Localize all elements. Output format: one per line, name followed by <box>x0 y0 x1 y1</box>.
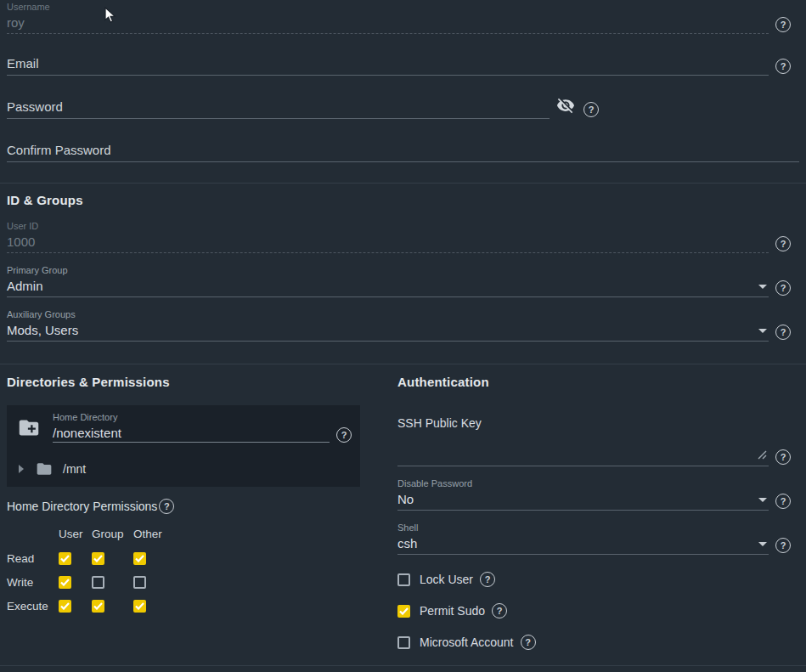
lock-user-checkbox[interactable] <box>397 573 410 586</box>
auxiliary-groups-value: Mods, Users <box>7 324 769 337</box>
confirm-password-field-row: Confirm Password <box>7 143 799 162</box>
perm-checkbox-execute-other[interactable] <box>133 600 146 613</box>
password-help-icon[interactable]: ? <box>583 102 599 117</box>
permit-sudo-checkbox[interactable] <box>397 605 410 618</box>
ssh-public-key-label: SSH Public Key <box>397 416 799 430</box>
perm-checkbox-execute-group[interactable] <box>92 600 104 613</box>
microsoft-account-option: Microsoft Account ? <box>397 635 799 649</box>
shell-select[interactable]: Shell csh <box>397 522 769 555</box>
user-id-help-icon[interactable]: ? <box>775 236 791 251</box>
auxiliary-groups-select[interactable]: Auxiliary Groups Mods, Users <box>7 309 769 342</box>
home-directory-help-icon[interactable]: ? <box>336 427 352 443</box>
user-id-label: User ID <box>7 221 769 232</box>
primary-group-help-icon[interactable]: ? <box>775 280 791 296</box>
section-divider <box>0 364 806 364</box>
password-input[interactable]: Password <box>7 99 550 119</box>
email-field-row: Email ? <box>7 56 799 76</box>
username-label: Username <box>7 2 769 13</box>
permit-sudo-option: Permit Sudo ? <box>397 604 799 618</box>
auxiliary-groups-label: Auxiliary Groups <box>7 309 769 320</box>
email-label: Email <box>7 56 769 71</box>
mouse-cursor <box>104 7 118 24</box>
home-directory-label: Home Directory <box>53 412 330 423</box>
disable-password-label: Disable Password <box>397 478 769 489</box>
shell-help-icon[interactable]: ? <box>775 538 791 553</box>
permissions-col-group: Group <box>92 528 133 541</box>
perm-checkbox-write-other[interactable] <box>133 576 146 589</box>
auxiliary-groups-help-icon[interactable]: ? <box>775 325 791 340</box>
shell-field-row: Shell csh ? <box>397 522 799 555</box>
primary-group-field-row: Primary Group Admin ? <box>7 265 799 297</box>
email-help-icon[interactable]: ? <box>775 59 791 74</box>
directories-permissions-column: Directories & Permissions Home Directory… <box>7 374 360 649</box>
bottom-divider <box>0 665 806 666</box>
shell-value: csh <box>397 537 769 551</box>
home-directory-value: /nonexistent <box>53 426 330 440</box>
user-id-value: 1000 <box>7 235 769 249</box>
disable-password-help-icon[interactable]: ? <box>775 494 791 509</box>
authentication-column: Authentication SSH Public Key ? Disable … <box>397 374 799 649</box>
password-field-row: Password ? <box>7 96 799 119</box>
username-input[interactable]: Username roy <box>7 2 769 34</box>
toggle-password-visibility-icon[interactable] <box>556 96 575 118</box>
primary-group-value: Admin <box>7 280 769 293</box>
permissions-col-user: User <box>59 528 92 541</box>
chevron-down-icon <box>758 285 767 289</box>
create-new-folder-icon[interactable] <box>15 416 42 443</box>
confirm-password-input[interactable]: Confirm Password <box>7 143 799 162</box>
permit-sudo-label: Permit Sudo <box>420 604 485 618</box>
username-field-row: Username roy ? <box>7 0 799 34</box>
home-directory-field-row: Home Directory /nonexistent ? <box>15 412 352 443</box>
email-input[interactable]: Email <box>7 56 769 76</box>
permissions-table: User Group Other Read Write Execute <box>7 528 360 613</box>
tree-item-label: /mnt <box>63 462 86 476</box>
account-section: Username roy ? Email ? Password ? Confir… <box>0 0 806 162</box>
perm-checkbox-write-user[interactable] <box>59 576 71 589</box>
perm-checkbox-read-group[interactable] <box>92 552 104 565</box>
permissions-row-write: Write <box>7 576 59 589</box>
directories-permissions-title: Directories & Permissions <box>7 374 360 391</box>
home-directory-permissions-help-icon[interactable]: ? <box>159 499 174 514</box>
tree-item-mnt[interactable]: /mnt <box>15 458 352 480</box>
home-directory-explorer: Home Directory /nonexistent ? /mnt <box>7 405 360 487</box>
chevron-down-icon <box>758 329 767 333</box>
user-id-input[interactable]: User ID 1000 <box>7 221 769 253</box>
permit-sudo-help-icon[interactable]: ? <box>492 603 507 618</box>
ssh-public-key-help-icon[interactable]: ? <box>775 449 791 465</box>
permissions-corner-cell <box>7 528 59 541</box>
home-directory-permissions-title: Home Directory Permissions <box>7 500 157 513</box>
home-directory-permissions-header: Home Directory Permissions ? <box>7 499 360 514</box>
perm-checkbox-execute-user[interactable] <box>59 600 71 613</box>
permissions-col-other: Other <box>133 528 184 541</box>
resize-handle-icon[interactable] <box>758 448 767 463</box>
ssh-public-key-field-row: ? <box>397 430 799 466</box>
auxiliary-groups-field-row: Auxiliary Groups Mods, Users ? <box>7 309 799 342</box>
lock-user-label: Lock User <box>420 573 473 586</box>
primary-group-label: Primary Group <box>7 265 769 276</box>
microsoft-account-label: Microsoft Account <box>420 635 514 649</box>
folder-icon <box>34 460 54 477</box>
home-directory-input[interactable]: Home Directory /nonexistent <box>53 412 330 443</box>
username-help-icon[interactable]: ? <box>775 17 791 32</box>
primary-group-select[interactable]: Primary Group Admin <box>7 265 769 297</box>
authentication-title: Authentication <box>397 374 799 391</box>
expand-caret-icon[interactable] <box>19 465 24 473</box>
user-id-field-row: User ID 1000 ? <box>7 221 799 253</box>
disable-password-select[interactable]: Disable Password No <box>397 478 769 511</box>
permissions-row-read: Read <box>7 552 59 565</box>
perm-checkbox-read-user[interactable] <box>59 552 71 565</box>
lock-user-option: Lock User ? <box>397 573 799 586</box>
permissions-row-execute: Execute <box>7 600 59 613</box>
chevron-down-icon <box>758 542 767 546</box>
lock-user-help-icon[interactable]: ? <box>480 572 495 587</box>
ssh-public-key-input[interactable] <box>397 430 769 466</box>
section-divider <box>0 183 806 184</box>
perm-checkbox-write-group[interactable] <box>92 576 104 589</box>
perm-checkbox-read-other[interactable] <box>133 552 146 565</box>
microsoft-account-help-icon[interactable]: ? <box>521 635 536 650</box>
id-groups-section: ID & Groups User ID 1000 ? Primary Group… <box>0 192 806 342</box>
username-value: roy <box>7 16 769 30</box>
directories-authentication-section: Directories & Permissions Home Directory… <box>7 374 799 649</box>
id-groups-title: ID & Groups <box>7 192 799 209</box>
microsoft-account-checkbox[interactable] <box>397 636 410 649</box>
